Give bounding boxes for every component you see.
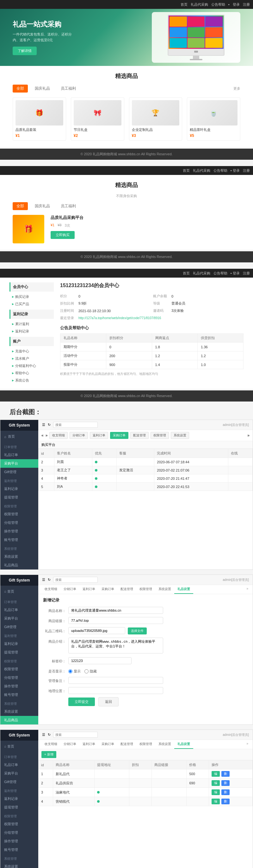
add-btn-3[interactable]: + 新增 bbox=[41, 751, 56, 758]
admin-tab-purchase[interactable]: 采购订单 bbox=[98, 585, 117, 594]
admin-menu-perm[interactable]: 权限管理 bbox=[0, 510, 38, 519]
nav2-login[interactable]: ▪ 登录 bbox=[230, 168, 240, 173]
admin-menu3-rebate[interactable]: 返利记录 bbox=[0, 795, 38, 803]
refresh-icon[interactable]: ↻ bbox=[48, 423, 50, 427]
sidebar-item-cumulative[interactable]: 累计返利 bbox=[9, 320, 54, 328]
toolbar-btn-sys[interactable]: 系统设置 bbox=[171, 432, 189, 439]
next-icon[interactable]: » bbox=[45, 433, 48, 438]
prev-icon[interactable]: « bbox=[41, 433, 44, 438]
admin-menu2-item-home[interactable]: ⌂ 首页 bbox=[0, 587, 38, 596]
admin-menu3-item-home[interactable]: ⌂ 首页 bbox=[0, 742, 38, 751]
admin3-tab-rebate[interactable]: 返利订单 bbox=[79, 740, 98, 749]
admin-tab-perm[interactable]: 权限管理 bbox=[136, 585, 155, 594]
delete-btn[interactable]: 删 bbox=[221, 771, 229, 777]
tab-staff[interactable]: 员工福利 bbox=[57, 85, 80, 93]
tab-all[interactable]: 全部 bbox=[13, 85, 28, 93]
upload-btn[interactable]: 选择文件 bbox=[128, 627, 147, 634]
tab2-national[interactable]: 国庆礼品 bbox=[31, 202, 54, 210]
nav2-notice[interactable]: 公告帮助 bbox=[213, 168, 227, 173]
admin-menu3-perm[interactable]: 权限管理 bbox=[0, 820, 38, 828]
tab2-staff[interactable]: 员工福利 bbox=[57, 202, 80, 210]
admin3-tab-dist[interactable]: 分销订单 bbox=[61, 740, 79, 749]
sidebar-item-help[interactable]: 帮助中心 bbox=[9, 370, 54, 377]
toolbar-btn-dist[interactable]: 分销订单 bbox=[70, 432, 88, 439]
member-nav-login[interactable]: ▪ 登录 bbox=[230, 271, 240, 276]
admin-menu2-account[interactable]: 账号管理 bbox=[0, 690, 38, 699]
admin3-tab-sys[interactable]: 系统设置 bbox=[155, 740, 174, 749]
toolbar-btn-income[interactable]: 收支明细 bbox=[49, 432, 68, 439]
admin-tab-gift-setting[interactable]: 礼品设置 bbox=[174, 585, 193, 594]
delete-btn[interactable]: 删 bbox=[221, 789, 229, 795]
input-description[interactable]: 礼品产品代理直销网www.shbbs.cn，进入网址体验平台，礼品代采、运营、中… bbox=[68, 638, 163, 653]
member-lastlogin-val[interactable]: http://127a7a.top/home/web/index/get/cod… bbox=[78, 316, 161, 320]
input-location[interactable] bbox=[68, 687, 163, 694]
admin-menu-gift-mgmt[interactable]: Gift管理 bbox=[0, 468, 38, 476]
admin-menu2-rebate[interactable]: 返利记录 bbox=[0, 640, 38, 648]
admin-menu-gift-order[interactable]: 礼品订单 bbox=[0, 451, 38, 459]
admin-menu2-perm[interactable]: 权限管理 bbox=[0, 665, 38, 674]
admin-menu2-gift-product[interactable]: 礼品商品 bbox=[0, 716, 38, 724]
admin3-tab-income[interactable]: 收支明细 bbox=[41, 740, 61, 749]
member-nav-home[interactable]: 首页 bbox=[183, 271, 190, 276]
toolbar-btn-purchase[interactable]: 采购订单 bbox=[110, 432, 129, 439]
admin-menu-rebate-record[interactable]: 返利记录 bbox=[0, 485, 38, 493]
sidebar-item-rebate-record[interactable]: 返利记录 bbox=[9, 328, 54, 335]
product-card-4[interactable]: 🍵 精品茶叶礼盒 ¥5 bbox=[187, 97, 240, 141]
product-card-1[interactable]: 🎁 品质礼品套装 ¥1 bbox=[13, 97, 66, 141]
nav2-gift[interactable]: 礼品代采购 bbox=[193, 168, 210, 173]
tab2-all[interactable]: 全部 bbox=[13, 202, 28, 210]
admin-menu2-gift-mgmt[interactable]: Gift管理 bbox=[0, 623, 38, 631]
admin-menu-account[interactable]: 账号管理 bbox=[0, 535, 38, 544]
buy-btn[interactable]: 立即购买 bbox=[50, 231, 75, 239]
cancel-btn[interactable]: 返回 bbox=[98, 697, 118, 706]
admin-menu-gift-product[interactable]: 礼品商品 bbox=[0, 561, 38, 569]
member-nav-register[interactable]: 注册 bbox=[243, 271, 250, 276]
admin-menu3-gift-order[interactable]: 礼品订单 bbox=[0, 761, 38, 769]
edit-btn[interactable]: 编 bbox=[212, 799, 220, 804]
admin-menu3-account[interactable]: 账号管理 bbox=[0, 845, 38, 854]
submit-btn[interactable]: 立即提交 bbox=[68, 698, 95, 706]
admin-menu2-group[interactable]: 分组管理 bbox=[0, 674, 38, 682]
input-product-link[interactable] bbox=[68, 617, 163, 624]
admin-menu-purchase[interactable]: 采购平台 bbox=[0, 459, 38, 468]
sidebar-item-recharge[interactable]: 充值中心 bbox=[9, 348, 54, 355]
delete-btn[interactable]: 删 bbox=[221, 780, 229, 786]
hero-btn[interactable]: 了解详情 bbox=[13, 46, 37, 55]
refresh-icon-2[interactable]: ↻ bbox=[48, 578, 50, 582]
input-remark[interactable] bbox=[68, 677, 163, 684]
nav2-home[interactable]: 首页 bbox=[183, 168, 190, 173]
nav-register[interactable]: 登录 bbox=[233, 2, 240, 7]
edit-btn[interactable]: 编 bbox=[212, 780, 220, 786]
member-nav-gift[interactable]: 礼品代采购 bbox=[193, 271, 210, 276]
input-qr-code[interactable] bbox=[68, 627, 125, 634]
nav-gift[interactable]: 礼品代采购 bbox=[191, 2, 208, 7]
product-card-3[interactable]: 🏆 企业定制礼品 ¥3 bbox=[129, 97, 182, 141]
nav-reg2[interactable]: 注册 bbox=[243, 2, 250, 7]
sidebar-item-purchase[interactable]: 购买记录 bbox=[9, 293, 54, 301]
more-btn[interactable]: 更多 bbox=[233, 86, 240, 91]
product-card-2[interactable]: 🎀 节日礼盒 ¥2 bbox=[71, 97, 124, 141]
delete-btn[interactable]: 删 bbox=[221, 799, 229, 804]
admin-tab-delivery[interactable]: 配送管理 bbox=[117, 585, 136, 594]
sidebar-item-bought[interactable]: 已买产品 bbox=[9, 301, 54, 308]
radio-show[interactable]: 显示 bbox=[68, 669, 81, 674]
admin3-tab-delivery[interactable]: 配送管理 bbox=[117, 740, 136, 749]
nav-login[interactable]: ▪ bbox=[228, 3, 229, 6]
admin-menu2-op[interactable]: 操作管理 bbox=[0, 682, 38, 690]
member-nav-notice[interactable]: 公告帮助 bbox=[213, 271, 227, 276]
edit-btn[interactable]: 编 bbox=[212, 771, 220, 777]
sidebar-item-flow[interactable]: 流水账户 bbox=[9, 355, 54, 362]
admin-menu2-purchase[interactable]: 采购平台 bbox=[0, 614, 38, 623]
admin3-tab-gift-setting[interactable]: 礼品设置 bbox=[174, 740, 193, 749]
refresh-icon-3[interactable]: ↻ bbox=[48, 733, 50, 737]
admin-menu3-gift-mgmt[interactable]: Gift管理 bbox=[0, 778, 38, 786]
admin-menu-withdraw[interactable]: 提现管理 bbox=[0, 493, 38, 502]
admin-search-1[interactable] bbox=[53, 422, 98, 428]
tab-national[interactable]: 国庆礼品 bbox=[31, 85, 54, 93]
input-product-name[interactable] bbox=[68, 607, 163, 614]
sidebar-item-announcement[interactable]: 系统公告 bbox=[9, 377, 54, 384]
admin-search-3[interactable] bbox=[53, 732, 98, 738]
sidebar-item-distribution[interactable]: 分销返利中心 bbox=[9, 362, 54, 370]
radio-hide[interactable]: 隐藏 bbox=[84, 669, 97, 674]
admin-menu3-op[interactable]: 操作管理 bbox=[0, 837, 38, 845]
